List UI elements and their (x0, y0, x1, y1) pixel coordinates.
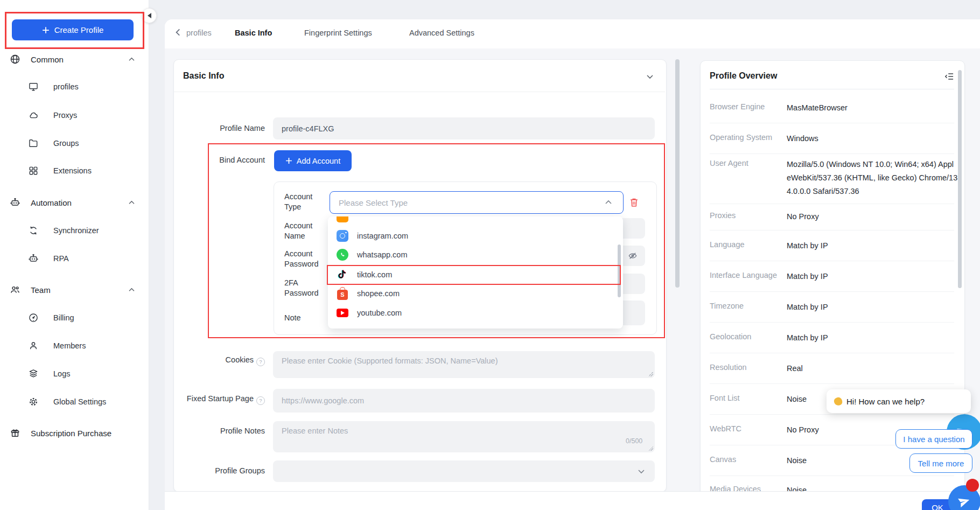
add-account-button[interactable]: Add Account (274, 150, 352, 171)
sidebar-item-rpa[interactable]: RPA (0, 250, 149, 267)
tab-bar: profiles Basic Info Fingerprint Settings… (165, 19, 980, 47)
overview-row-label: Timezone (710, 302, 744, 310)
create-profile-button[interactable]: Create Profile (12, 19, 134, 40)
overview-title: Profile Overview (710, 71, 777, 81)
sidebar-collapse-button[interactable] (142, 8, 157, 23)
chat-greeting-bubble: Hi! How can we help? (827, 389, 971, 413)
chat-more-label: Tell me more (918, 459, 964, 468)
dropdown-option-whatsapp[interactable]: whatsapp.com (328, 246, 623, 263)
chevron-down-icon[interactable] (646, 73, 654, 80)
whatsapp-icon (337, 249, 348, 261)
dropdown-option-shopee[interactable]: shopee.com (328, 285, 623, 302)
sidebar-item-billing[interactable]: Billing (0, 309, 149, 326)
bind-account-label: Bind Account (163, 156, 265, 164)
sidebar-item-logs[interactable]: Logs (0, 365, 149, 382)
overview-row-label: User Agent (710, 159, 748, 167)
eye-slash-icon[interactable] (628, 251, 638, 261)
profile-notes-label: Profile Notes (163, 427, 265, 435)
layers-icon (28, 368, 39, 379)
profile-groups-label: Profile Groups (163, 466, 265, 475)
row-divider (710, 153, 954, 154)
dropdown-option-partial[interactable] (328, 216, 623, 225)
chevron-up-icon[interactable] (605, 200, 612, 205)
card-header-divider (174, 92, 665, 92)
fixed-startup-label: Fixed Startup Page (163, 394, 265, 404)
item-label: RPA (53, 254, 69, 263)
overview-row-value: Windows (787, 132, 958, 145)
team-icon (10, 284, 20, 295)
sidebar-group-common[interactable]: Common (0, 51, 149, 68)
monitor-icon (28, 81, 39, 92)
overview-row-label: Browser Engine (710, 102, 765, 111)
chevron-up-icon (128, 288, 135, 292)
sidebar-group-automation[interactable]: Automation (0, 194, 149, 211)
gift-icon (10, 428, 20, 438)
tiktok-icon (337, 269, 348, 281)
sidebar-item-global-settings[interactable]: Global Settings (0, 393, 149, 410)
group-label: Team (31, 285, 51, 295)
row-divider (710, 414, 954, 415)
chat-question-button[interactable]: I have a question (895, 429, 972, 449)
dropdown-option-youtube[interactable]: youtube.com (328, 304, 623, 322)
paper-plane-icon (956, 493, 974, 510)
overview-row-label: Proxies (710, 211, 736, 220)
item-label: Synchronizer (53, 226, 99, 235)
panel-collapse-icon[interactable] (944, 72, 954, 81)
dropdown-option-instagram[interactable]: instagram.com (328, 227, 623, 244)
account-type-select[interactable]: Please Select Type (330, 191, 624, 214)
sidebar-item-subscription-purchase[interactable]: Subscription Purchase (0, 424, 149, 442)
sidebar-group-team[interactable]: Team (0, 281, 149, 298)
item-label: Members (53, 341, 86, 350)
section-title: Basic Info (183, 71, 224, 81)
create-profile-label: Create Profile (54, 25, 104, 34)
overview-scrollbar[interactable] (958, 70, 962, 288)
item-label: profiles (53, 82, 79, 91)
instagram-icon (337, 230, 348, 242)
sidebar-item-members[interactable]: Members (0, 337, 149, 354)
overview-row-label: Font List (710, 394, 740, 402)
notes-char-counter: 0/500 (626, 437, 642, 445)
profile-name-value: profile-c4FLXG (282, 124, 334, 133)
sidebar-item-profiles[interactable]: profiles (0, 78, 149, 95)
option-label: whatsapp.com (357, 250, 408, 259)
sidebar-item-groups[interactable]: Groups (0, 135, 149, 152)
profile-name-input[interactable]: profile-c4FLXG (273, 117, 655, 139)
tab-basic-info[interactable]: Basic Info (235, 29, 272, 37)
note-label: Note (284, 313, 330, 322)
tab-advanced-settings[interactable]: Advanced Settings (409, 29, 474, 37)
resize-handle[interactable] (648, 446, 653, 451)
overview-row-label: WebRTC (710, 424, 741, 433)
item-label: Billing (53, 313, 74, 322)
tab-fingerprint-settings[interactable]: Fingerprint Settings (304, 29, 372, 37)
profile-notes-textarea[interactable]: Please enter Notes (273, 421, 655, 452)
robot-icon (28, 253, 39, 264)
cookies-textarea[interactable]: Please enter Cookie (Supported formats: … (273, 351, 655, 378)
chat-more-button[interactable]: Tell me more (909, 453, 972, 473)
shopee-icon (337, 290, 348, 300)
dropdown-option-tiktok[interactable]: tiktok.com (328, 266, 623, 283)
trash-icon[interactable] (629, 197, 639, 208)
fixed-startup-input[interactable]: https://www.google.com (273, 389, 655, 413)
chevron-left-icon[interactable] (174, 28, 182, 37)
overview-row-label: Canvas (710, 455, 736, 464)
chevron-down-icon[interactable] (638, 469, 645, 474)
overview-row-label: Geolocation (710, 332, 751, 341)
overview-row-value: MasMateBrowser (787, 101, 958, 115)
dropdown-scrollbar[interactable] (618, 244, 621, 297)
resize-handle[interactable] (648, 372, 653, 376)
item-label: Proxys (53, 111, 77, 120)
profile-groups-select[interactable] (273, 460, 655, 482)
overview-row-label: Language (710, 240, 745, 249)
fixed-startup-placeholder: https://www.google.com (282, 396, 364, 405)
account-type-label: Account Type (284, 192, 330, 212)
row-divider (710, 261, 954, 261)
tab-back-profiles[interactable]: profiles (186, 29, 212, 37)
ok-label: OK (932, 503, 943, 510)
sidebar-item-extensions[interactable]: Extensions (0, 162, 149, 179)
main-scrollbar[interactable] (675, 59, 680, 288)
help-icon[interactable] (256, 396, 265, 405)
option-label: tiktok.com (357, 270, 392, 279)
sidebar-item-synchronizer[interactable]: Synchronizer (0, 222, 149, 239)
help-icon[interactable] (256, 358, 265, 366)
sidebar-item-proxys[interactable]: Proxys (0, 107, 149, 124)
